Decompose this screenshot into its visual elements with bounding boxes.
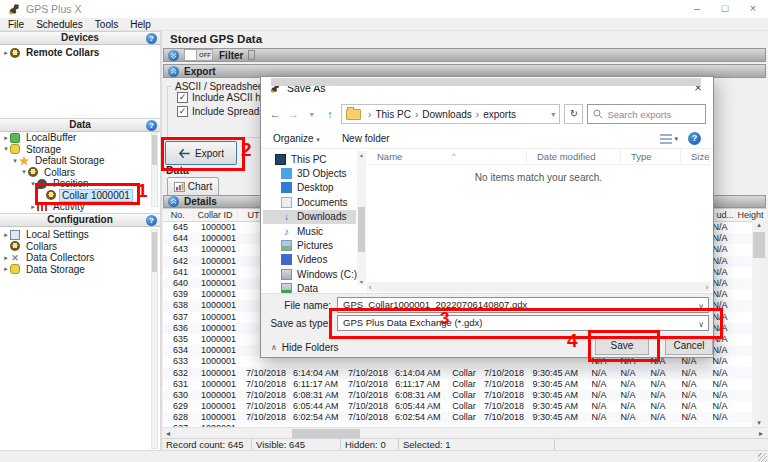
expander-icon[interactable]: ▾: [20, 168, 28, 176]
tree-item[interactable]: ▸ Data Storage: [0, 264, 150, 276]
tree-item[interactable]: ▾ Default Storage: [0, 155, 150, 167]
nav-item[interactable]: Music: [263, 224, 356, 238]
save-button[interactable]: Save: [595, 336, 649, 355]
name-column-header[interactable]: Name: [367, 150, 527, 164]
help-icon[interactable]: ?: [688, 132, 701, 145]
close-button[interactable]: ×: [738, 0, 768, 18]
breadcrumb[interactable]: This PCDownloadsexports ▾: [341, 104, 560, 124]
size-column-header[interactable]: Size: [681, 150, 710, 164]
expander-icon[interactable]: ▸: [2, 49, 10, 57]
details-collapse-icon[interactable]: [168, 196, 179, 207]
tree-item[interactable]: ▾ Storage: [0, 144, 150, 156]
up-icon[interactable]: ↑: [323, 108, 337, 120]
back-icon[interactable]: ←: [268, 108, 282, 120]
scrollbar-thumb[interactable]: [753, 232, 765, 258]
export-collapse-icon[interactable]: [168, 66, 179, 77]
date-modified-column-header[interactable]: Date modified: [527, 150, 621, 164]
column-header[interactable]: Collar ID: [193, 209, 237, 222]
table-row[interactable]: 6311000001 7/10/20186:11:17 AM 7/10/2018…: [163, 379, 766, 390]
resize-grip[interactable]: [758, 453, 767, 462]
refresh-icon[interactable]: ↻: [564, 104, 583, 124]
scroll-down-icon[interactable]: ▾: [360, 278, 363, 285]
hide-folders-button[interactable]: ∧ Hide Folders: [271, 342, 339, 353]
menu-item[interactable]: File: [2, 19, 30, 30]
filter-bar: OFF Filter: [163, 48, 766, 62]
nav-item[interactable]: Pictures: [263, 238, 356, 252]
configuration-scrollbar[interactable]: [151, 229, 158, 449]
tree-item[interactable]: Collar 1000001: [0, 190, 150, 202]
help-icon[interactable]: ?: [146, 33, 157, 44]
help-icon[interactable]: ?: [146, 215, 157, 226]
breadcrumb-dropdown-icon[interactable]: ▾: [551, 110, 555, 119]
tree-item[interactable]: ▸ Remote Collars: [0, 47, 150, 59]
expander-icon[interactable]: ▸: [2, 254, 10, 262]
table-vertical-scrollbar[interactable]: ▴ ▾: [752, 221, 766, 427]
tree-item[interactable]: ▾ Position: [0, 178, 150, 190]
nav-item[interactable]: Downloads: [263, 210, 356, 224]
filter-expand-icon[interactable]: [168, 50, 179, 61]
menu-item[interactable]: Schedules: [30, 19, 89, 30]
new-folder-button[interactable]: New folder: [342, 133, 390, 144]
expander-icon[interactable]: ▸: [2, 231, 10, 239]
type-column-header[interactable]: Type: [621, 150, 681, 164]
tree-item[interactable]: ▾ Collars: [0, 167, 150, 179]
chart-button[interactable]: Chart: [167, 177, 219, 196]
scroll-left-icon[interactable]: ‹: [369, 284, 371, 291]
help-icon[interactable]: ?: [146, 120, 157, 131]
scrollbar-thumb[interactable]: [271, 78, 701, 86]
breadcrumb-item[interactable]: Downloads: [411, 109, 472, 120]
breadcrumb-item[interactable]: exports: [472, 109, 516, 120]
menu-item[interactable]: Tools: [89, 19, 124, 30]
table-row[interactable]: 6321000001 7/10/20186:14:04 AM 7/10/2018…: [163, 367, 766, 378]
scroll-right-icon[interactable]: ▸: [759, 429, 763, 438]
scroll-left-icon[interactable]: ◂: [166, 429, 170, 438]
file-list-horizontal-scrollbar[interactable]: ‹ ›: [367, 282, 710, 292]
cancel-button[interactable]: Cancel: [665, 336, 713, 355]
table-row[interactable]: 6291000001 7/10/20186:05:44 AM 7/10/2018…: [163, 401, 766, 412]
search-input[interactable]: Search exports: [587, 104, 706, 124]
table-row[interactable]: 6281000001 7/10/20186:02:54 AM 7/10/2018…: [163, 412, 766, 423]
tree-item[interactable]: Collars: [0, 241, 150, 253]
nav-item[interactable]: Windows (C:): [263, 267, 356, 281]
expander-icon[interactable]: ▸: [2, 265, 10, 273]
column-header[interactable]: No.: [163, 209, 193, 222]
expander-icon[interactable]: ▾: [2, 145, 10, 153]
nav-item[interactable]: This PC: [263, 152, 356, 166]
scrollbar-thumb[interactable]: [292, 429, 360, 438]
recent-locations-icon[interactable]: ▾: [305, 110, 319, 119]
organize-button[interactable]: Organize ▾: [273, 133, 320, 144]
nav-item[interactable]: 3D Objects: [263, 166, 356, 180]
table-row[interactable]: 6301000001 7/10/20186:08:31 AM 7/10/2018…: [163, 390, 766, 401]
nav-item[interactable]: Desktop: [263, 181, 356, 195]
panel-splitter[interactable]: ·····: [0, 113, 160, 117]
table-horizontal-scrollbar[interactable]: ◂ ▸: [163, 427, 766, 438]
filter-toggle[interactable]: OFF: [184, 49, 213, 61]
expander-icon[interactable]: ▸: [2, 134, 10, 142]
tree-item[interactable]: ▸ Local Settings: [0, 229, 150, 241]
breadcrumb-item[interactable]: This PC: [364, 109, 411, 120]
file-name-input[interactable]: GPS_Collar1000001_20220706140807.gdx ∨: [337, 297, 709, 313]
expander-icon[interactable]: ▾: [29, 180, 37, 188]
chevron-down-icon[interactable]: ∨: [698, 300, 704, 313]
menu-item[interactable]: Help: [124, 19, 157, 30]
view-selector-button[interactable]: ▾: [660, 134, 678, 144]
scroll-up-icon[interactable]: ▴: [757, 221, 761, 229]
tree-item[interactable]: ▸ LocalBuffer: [0, 132, 150, 144]
maximize-button[interactable]: □: [710, 0, 740, 18]
forward-icon[interactable]: →: [286, 108, 300, 120]
export-button[interactable]: Export: [165, 141, 237, 165]
data-tree-scrollbar[interactable]: [151, 132, 158, 207]
nav-item[interactable]: Documents: [263, 195, 356, 209]
scroll-down-icon[interactable]: ▾: [757, 419, 761, 427]
expander-icon[interactable]: ▾: [11, 157, 19, 165]
save-as-type-select[interactable]: GPS Plus Data Exchange (*.gdx) ∨: [337, 315, 709, 331]
scroll-up-icon[interactable]: ▴: [360, 151, 363, 158]
nav-item-icon: [281, 269, 292, 280]
nav-item[interactable]: Videos: [263, 253, 356, 267]
scroll-right-icon[interactable]: ›: [706, 284, 708, 291]
tree-item[interactable]: ▸ Data Collectors: [0, 252, 150, 264]
chevron-down-icon[interactable]: ∨: [698, 318, 704, 331]
column-header[interactable]: Height: [735, 209, 766, 222]
minimize-button[interactable]: –: [682, 0, 712, 18]
scrollbar-thumb[interactable]: [358, 207, 365, 252]
